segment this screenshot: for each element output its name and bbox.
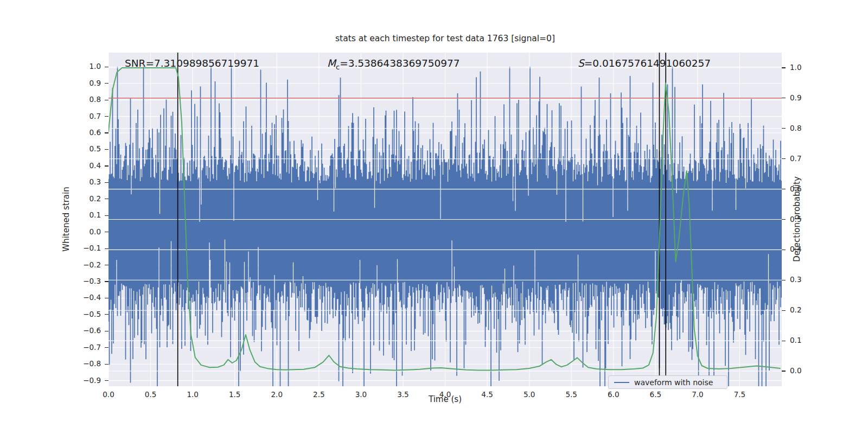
y-left-tick-label: 0.7 xyxy=(75,112,101,120)
y-left-tick-label: −0.3 xyxy=(75,277,101,285)
legend-label: waveform with noise xyxy=(634,378,713,387)
x-tick-label: 0.0 xyxy=(97,390,120,399)
y-right-tick-label: 0.1 xyxy=(790,336,801,344)
y-right-tick-mark xyxy=(782,219,786,220)
y-right-tick-mark xyxy=(782,280,786,280)
x-tick-label: 7.5 xyxy=(727,390,751,399)
y-left-tick-label: 0.0 xyxy=(75,227,101,236)
s-stat-symbol: S xyxy=(578,58,584,69)
y-right-tick-mark xyxy=(782,310,786,311)
legend: waveform with noise xyxy=(608,375,727,389)
y-right-tick-mark xyxy=(782,98,786,98)
y-left-tick-mark xyxy=(105,182,108,183)
y-left-tick-mark xyxy=(105,364,108,365)
y-left-tick-label: 0.8 xyxy=(75,95,101,104)
y-left-tick-label: −0.6 xyxy=(75,326,101,335)
y-right-tick-label: 0.4 xyxy=(790,245,801,253)
x-tick-label: 0.5 xyxy=(139,390,163,399)
y-left-tick-mark xyxy=(105,314,108,315)
legend-line-sample xyxy=(614,382,629,383)
s-stat-value: =0.01675761491060257 xyxy=(584,58,711,69)
y-left-tick-mark xyxy=(105,248,108,249)
x-tick-label: 3.0 xyxy=(349,390,373,399)
y-right-tick-label: 0.6 xyxy=(790,184,801,193)
y-right-tick-label: 0.9 xyxy=(790,93,801,102)
y-left-tick-label: 1.0 xyxy=(75,62,101,71)
y-left-tick-mark xyxy=(105,83,108,84)
y-left-tick-label: 0.3 xyxy=(75,177,101,186)
y-right-tick-mark xyxy=(782,189,786,189)
y-left-tick-label: 0.9 xyxy=(75,79,101,87)
x-tick-label: 5.0 xyxy=(518,390,541,399)
y-left-tick-label: −0.4 xyxy=(75,293,101,302)
s-stat-annotation: S=0.01675761491060257 xyxy=(578,58,711,69)
y-left-tick-mark xyxy=(105,67,108,67)
x-tick-label: 4.5 xyxy=(475,390,499,399)
y-right-tick-mark xyxy=(782,158,786,159)
y-right-tick-label: 0.5 xyxy=(790,215,801,224)
chirp-mass-value: =3.5386438369750977 xyxy=(340,58,459,69)
y-right-tick-mark xyxy=(782,67,786,68)
y-left-tick-label: 0.1 xyxy=(75,210,101,219)
x-tick-label: 6.5 xyxy=(643,390,667,399)
y-left-tick-label: −0.9 xyxy=(75,376,101,385)
y-left-tick-mark xyxy=(105,331,108,331)
y-left-tick-label: 0.4 xyxy=(75,161,101,170)
y-left-tick-label: −0.5 xyxy=(75,310,101,318)
y-right-tick-mark xyxy=(782,341,786,341)
y-left-tick-label: 0.5 xyxy=(75,144,101,153)
y-right-tick-mark xyxy=(782,371,786,371)
y-left-tick-mark xyxy=(105,100,108,100)
snr-annotation: SNR=7.310989856719971 xyxy=(125,58,259,69)
x-tick-label: 4.0 xyxy=(433,390,457,399)
y-right-tick-label: 0.0 xyxy=(790,366,801,375)
y-left-tick-mark xyxy=(105,232,108,232)
y-left-tick-mark xyxy=(105,215,108,216)
y-left-tick-mark xyxy=(105,265,108,265)
y-right-tick-label: 0.8 xyxy=(790,124,801,132)
y-left-tick-mark xyxy=(105,116,108,117)
y-left-tick-label: 0.2 xyxy=(75,194,101,203)
x-tick-label: 2.0 xyxy=(265,390,289,399)
y-left-tick-label: 0.6 xyxy=(75,128,101,137)
chart-title: stats at each timestep for test data 176… xyxy=(108,34,782,43)
x-tick-label: 3.5 xyxy=(391,390,415,399)
chirp-mass-symbol: M xyxy=(327,58,336,69)
chart-canvas xyxy=(108,53,782,386)
y-left-tick-mark xyxy=(105,149,108,150)
x-tick-label: 5.5 xyxy=(559,390,583,399)
figure: stats at each timestep for test data 176… xyxy=(0,0,868,434)
y-left-tick-mark xyxy=(105,298,108,298)
y-right-tick-label: 0.2 xyxy=(790,305,801,314)
x-tick-label: 2.5 xyxy=(307,390,331,399)
y-axis-label-left: Whitened strain xyxy=(61,187,71,251)
y-left-tick-label: −0.8 xyxy=(75,359,101,368)
y-left-tick-mark xyxy=(105,132,108,133)
x-tick-label: 1.0 xyxy=(181,390,205,399)
y-left-tick-label: −0.2 xyxy=(75,260,101,269)
y-left-tick-label: −0.1 xyxy=(75,244,101,252)
x-tick-label: 1.5 xyxy=(223,390,247,399)
x-tick-label: 6.0 xyxy=(602,390,626,399)
y-right-tick-mark xyxy=(782,250,786,250)
y-right-tick-label: 1.0 xyxy=(790,63,801,72)
y-left-tick-mark xyxy=(105,199,108,199)
y-left-tick-mark xyxy=(105,165,108,166)
y-right-tick-label: 0.3 xyxy=(790,275,801,284)
chirp-mass-annotation: Mc=3.5386438369750977 xyxy=(327,58,460,71)
y-left-tick-label: −0.7 xyxy=(75,343,101,352)
y-left-tick-mark xyxy=(105,380,108,381)
y-left-tick-mark xyxy=(105,281,108,282)
x-tick-label: 7.0 xyxy=(686,390,710,399)
y-right-tick-label: 0.7 xyxy=(790,154,801,163)
y-right-tick-mark xyxy=(782,128,786,129)
y-left-tick-mark xyxy=(105,347,108,348)
